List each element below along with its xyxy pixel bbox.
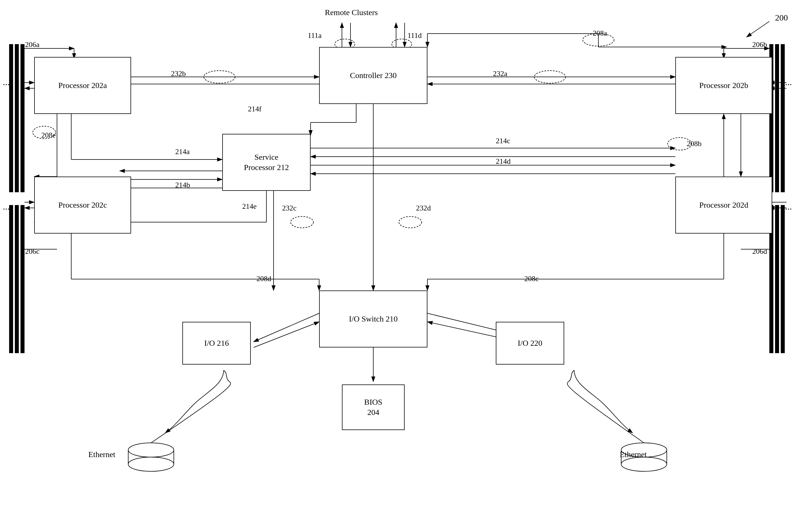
svg-rect-6 [20, 44, 24, 192]
svg-point-44 [204, 71, 235, 83]
ref-232d-label: 232d [416, 204, 431, 212]
io-216-label: I/O 216 [204, 338, 229, 348]
ethernet-right-label: Ethernet [620, 450, 647, 459]
processor-202b-box: Processor 202b [675, 57, 772, 114]
svg-rect-9 [20, 205, 24, 353]
svg-point-89 [621, 457, 667, 471]
svg-text:···: ··· [785, 79, 792, 90]
svg-point-47 [534, 71, 566, 83]
io-220-label: I/O 220 [518, 338, 542, 348]
ref-208d-label: 208d [256, 274, 271, 283]
svg-rect-15 [781, 205, 785, 353]
svg-line-79 [254, 313, 319, 342]
ethernet-left-label: Ethernet [88, 450, 115, 459]
svg-point-84 [128, 443, 174, 457]
ref-200-label: 200 [775, 13, 788, 22]
svg-rect-5 [15, 44, 19, 192]
ref-214c-label: 214c [496, 137, 510, 145]
processor-202a-box: Processor 202a [34, 57, 131, 114]
io-216-box: I/O 216 [182, 322, 251, 364]
svg-text:···: ··· [3, 204, 10, 214]
ref-206c-label: 206c [25, 247, 40, 256]
ref-214a-label: 214a [175, 148, 190, 156]
controller-230-label: Controller 230 [350, 70, 396, 81]
processor-202d-box: Processor 202d [675, 176, 772, 233]
ref-208b-label: 208b [687, 139, 702, 148]
ref-214b-label: 214b [175, 181, 190, 189]
ref-214f-label: 214f [248, 105, 262, 113]
service-processor-212-box: Service Processor 212 [222, 134, 311, 191]
ref-214e-label: 214e [242, 202, 257, 211]
ref-214d-label: 214d [496, 157, 511, 166]
svg-point-62 [399, 216, 422, 228]
bios-204-box: BIOS 204 [342, 384, 405, 430]
processor-202d-label: Processor 202d [699, 200, 748, 210]
ref-208e-label: 208e [41, 131, 56, 139]
ref-232c-label: 232c [282, 204, 297, 212]
ref-208c-label: 208c [524, 274, 539, 283]
ref-232a-label: 232a [493, 70, 507, 78]
svg-text:···: ··· [3, 79, 10, 90]
service-processor-212-label: Service Processor 212 [244, 152, 289, 173]
svg-line-80 [254, 322, 319, 347]
controller-230-box: Controller 230 [319, 47, 427, 104]
svg-point-60 [291, 216, 313, 228]
bios-204-label: BIOS 204 [364, 397, 383, 418]
svg-text:···: ··· [785, 204, 792, 214]
io-switch-210-box: I/O Switch 210 [319, 290, 427, 347]
processor-202a-label: Processor 202a [58, 80, 107, 91]
svg-rect-14 [775, 205, 779, 353]
diagram: ··· ··· ··· ··· [0, 0, 795, 532]
processor-202c-box: Processor 202c [34, 176, 131, 233]
ref-206d-label: 206d [752, 247, 767, 256]
ref-111d-label: 111d [407, 31, 422, 40]
ref-232b-label: 232b [171, 70, 186, 78]
processor-202c-label: Processor 202c [58, 200, 107, 210]
io-220-box: I/O 220 [496, 322, 564, 364]
ref-111a-label: 111a [308, 31, 322, 40]
processor-202b-label: Processor 202b [699, 80, 748, 91]
remote-clusters-label: Remote Clusters [325, 8, 378, 17]
ref-206b-label: 206b [752, 40, 767, 49]
svg-rect-12 [781, 44, 785, 192]
svg-rect-4 [9, 44, 13, 192]
svg-rect-11 [775, 44, 779, 192]
svg-rect-8 [15, 205, 19, 353]
svg-rect-7 [9, 205, 13, 353]
svg-line-3 [746, 21, 769, 37]
ref-206a-label: 206a [25, 40, 40, 49]
ref-208a-label: 208a [593, 29, 607, 38]
svg-point-85 [128, 457, 174, 471]
io-switch-210-label: I/O Switch 210 [349, 314, 398, 324]
